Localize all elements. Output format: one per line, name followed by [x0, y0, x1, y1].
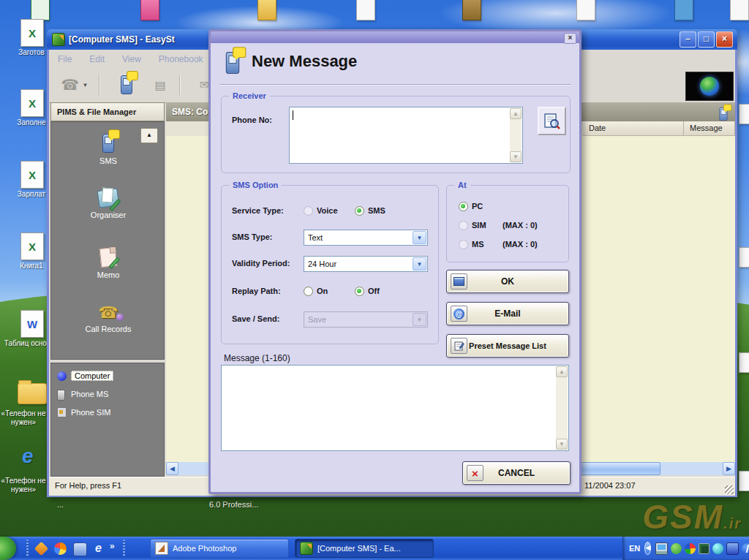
tree-item-phone-sim[interactable]: Phone SIM [57, 406, 110, 419]
tray-green-icon[interactable] [671, 543, 682, 554]
desktop-icon-partial[interactable] [31, 0, 50, 20]
dialog-close-button[interactable]: × [564, 33, 576, 44]
menu-edit[interactable]: Edit [80, 54, 113, 64]
word-file-icon[interactable]: W [20, 310, 44, 338]
vertical-scrollbar[interactable]: ▲ ▼ [556, 366, 568, 450]
tree-item-label: Phone SIM [71, 408, 110, 417]
scroll-right-button[interactable]: ▶ [723, 462, 735, 475]
sms-type-select[interactable]: Text ▼ [304, 230, 428, 246]
desktop-icon-partial[interactable] [739, 352, 749, 373]
excel-file-icon[interactable]: X [20, 161, 44, 189]
column-header-date[interactable]: Date [583, 121, 684, 136]
service-type-label: Service Type: [232, 206, 284, 215]
folder-icon[interactable] [18, 383, 47, 404]
scroll-down-button[interactable]: ▼ [556, 439, 568, 450]
tree-item-computer[interactable]: Computer [57, 369, 113, 382]
desktop-icon-label[interactable]: «Телефон не нужен» [0, 477, 51, 494]
sidebar-item-memo[interactable]: Memo [51, 248, 165, 279]
sidebar-item-organiser[interactable]: Organiser [51, 189, 165, 219]
desktop-icon-label[interactable]: «Телефон не нужен» [0, 409, 51, 427]
toolbar-drag-handle[interactable] [26, 540, 29, 557]
speech-bubble-icon [108, 129, 120, 139]
scroll-left-button[interactable]: ◀ [166, 462, 178, 475]
receiver-legend: Receiver [229, 91, 270, 100]
sidebar-item-call-records[interactable]: ☎ Call Records [51, 305, 165, 333]
desktop-icon-partial[interactable] [730, 0, 749, 20]
desktop-icon-partial[interactable] [257, 0, 276, 20]
message-input[interactable]: ▲ ▼ [221, 365, 569, 451]
desktop-icon-partial[interactable] [140, 0, 159, 20]
delete-button[interactable]: ▤ [146, 73, 175, 97]
menu-view[interactable]: View [113, 54, 150, 64]
at-ms-radio[interactable] [459, 240, 468, 249]
tree-item-phone-ms[interactable]: Phone MS [57, 387, 108, 401]
quick-launch-ie-icon[interactable]: e [92, 542, 105, 555]
replay-on-radio[interactable] [304, 287, 313, 296]
menu-phonebook[interactable]: Phonebook [150, 54, 212, 64]
phonebook-lookup-button[interactable] [538, 107, 566, 135]
desktop-icon-partial[interactable] [739, 471, 749, 491]
desktop-icon-partial[interactable] [576, 0, 595, 20]
scroll-up-button[interactable]: ▲ [510, 108, 522, 119]
scroll-up-button[interactable]: ▲ [556, 366, 568, 377]
menu-file[interactable]: File [49, 54, 80, 64]
phone-no-input[interactable]: ▲ ▼ [289, 107, 523, 164]
sidebar-item-sms[interactable]: SMS [51, 134, 165, 165]
desktop-icon-partial[interactable] [674, 0, 693, 20]
replay-off-radio[interactable] [355, 287, 364, 296]
preset-message-list-button[interactable]: Preset Message List [446, 334, 569, 357]
dialog-titlebar[interactable] [211, 31, 579, 43]
at-sim-radio[interactable] [459, 221, 468, 230]
toolbar-separator [179, 75, 181, 95]
save-send-value: Save [308, 315, 326, 324]
hide-icons-chevron[interactable]: ◀ [644, 542, 651, 555]
preset-message-icon [451, 338, 467, 354]
sms-radio[interactable] [355, 206, 364, 216]
vertical-scrollbar[interactable]: ▲ ▼ [510, 108, 522, 162]
close-button[interactable]: × [716, 31, 733, 48]
watermark-main: GSM [642, 498, 723, 536]
quick-launch-icon-1[interactable] [34, 542, 48, 556]
toolbar-drag-handle[interactable] [123, 540, 125, 557]
tray-blue-icon[interactable] [726, 542, 739, 555]
resize-grip[interactable] [725, 485, 734, 494]
new-message-button[interactable] [112, 73, 141, 97]
save-send-label: Save / Send: [232, 314, 279, 323]
email-button[interactable]: E-Mail [446, 302, 569, 325]
validity-period-select[interactable]: 24 Hour ▼ [304, 256, 428, 272]
internet-explorer-icon[interactable]: e [22, 444, 34, 468]
excel-file-icon[interactable]: X [20, 232, 44, 260]
maximize-button[interactable]: □ [698, 31, 715, 48]
minimize-button[interactable]: – [680, 31, 696, 48]
task-computer-sms[interactable]: [Computer SMS] - Ea... [295, 539, 434, 558]
chevron-down-icon[interactable]: ▼ [413, 257, 426, 270]
connect-button[interactable]: ☎▼ [58, 73, 91, 97]
language-indicator[interactable]: EN [629, 544, 640, 553]
column-header-message[interactable]: Message [684, 121, 735, 136]
excel-file-icon[interactable]: X [20, 89, 44, 117]
sms-option-legend: SMS Option [229, 181, 282, 189]
scroll-down-button[interactable]: ▼ [510, 151, 522, 162]
start-button[interactable] [0, 537, 16, 560]
desktop-icon-partial[interactable] [462, 0, 481, 20]
quick-launch-overflow-chevron[interactable]: » [110, 541, 115, 551]
voice-radio[interactable] [304, 206, 313, 216]
tray-monitor-icon[interactable] [655, 542, 668, 555]
quick-launch-icon-3[interactable] [73, 542, 87, 556]
cancel-button[interactable]: CANCEL [462, 461, 571, 485]
at-pc-radio[interactable] [459, 202, 468, 211]
chevron-down-icon[interactable]: ▼ [413, 231, 426, 244]
task-adobe-photoshop[interactable]: Adobe Photoshop [150, 539, 289, 558]
desktop-icon-partial[interactable] [739, 247, 749, 268]
excel-file-icon[interactable]: X [20, 19, 44, 47]
tray-bluetooth-icon[interactable] [742, 543, 749, 554]
dialog-title: New Message [252, 52, 357, 71]
call-records-icon: ☎ [98, 305, 118, 321]
tray-teal-icon[interactable] [712, 543, 723, 554]
tray-color-wheel-icon[interactable] [685, 543, 696, 554]
tray-grid-icon[interactable] [699, 543, 710, 554]
ok-button[interactable]: OK [446, 270, 569, 293]
quick-launch-media-player-icon[interactable] [54, 542, 67, 555]
desktop-icon-partial[interactable] [356, 0, 375, 20]
desktop-icon-partial[interactable] [739, 104, 749, 124]
